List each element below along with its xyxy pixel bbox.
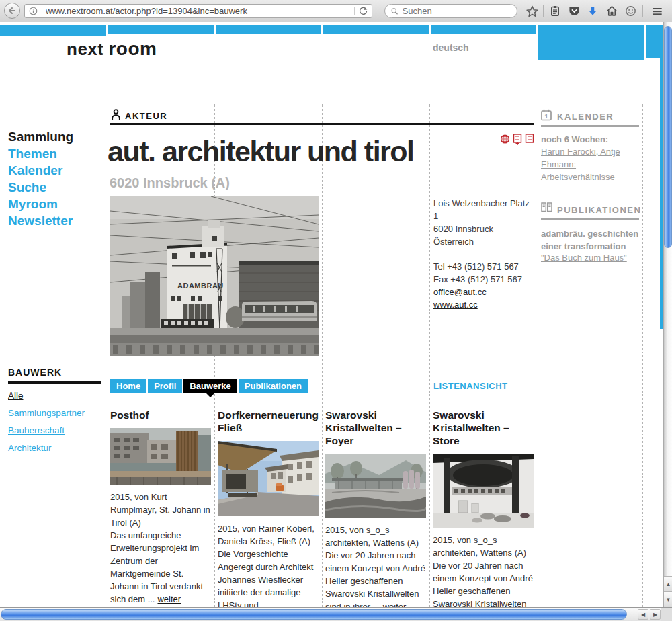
project-image[interactable] xyxy=(218,441,319,516)
publikationen-rule xyxy=(541,218,639,220)
grid-dotted-line xyxy=(322,104,323,607)
person-icon xyxy=(111,109,121,121)
scrollbar-corner xyxy=(661,607,672,621)
project-image[interactable] xyxy=(110,428,211,485)
tab-bauwerke[interactable]: Bauwerke xyxy=(183,379,237,393)
project-title[interactable]: Swarovski Kristallwelten – Store xyxy=(433,409,534,447)
book-icon xyxy=(541,202,552,212)
browser-toolbar: www.nextroom.at/actor.php?id=13904&inc=b… xyxy=(0,0,672,22)
bauwerk-filter-heading: BAUWERK xyxy=(8,367,62,378)
project-meta: 2015, von Rainer Köberl, Daniela Kröss, … xyxy=(218,524,314,546)
nextroom-logo[interactable]: nextroom xyxy=(67,38,157,60)
nav-item-suche[interactable]: Suche xyxy=(8,179,73,196)
publication-title: adambräu. geschichten einer transformati… xyxy=(541,227,643,253)
tab-profil[interactable]: Profil xyxy=(148,379,182,393)
grid-dotted-line xyxy=(538,104,538,607)
address-block: Lois Welzenbacher Platz 1 6020 Innsbruck… xyxy=(433,197,536,311)
phone: Tel +43 (512) 571 567 xyxy=(433,260,536,273)
svg-text:1: 1 xyxy=(544,113,548,120)
project-text: Das umfangreiche Erweiterungsprojekt im … xyxy=(110,530,203,604)
project-title[interactable]: Posthof xyxy=(110,409,211,421)
photo-building-name: ADAMBRÄU xyxy=(177,282,224,290)
project-card: Swarovski Kristallwelten – Store 2015, v… xyxy=(433,409,534,621)
weiter-link[interactable]: weiter xyxy=(157,594,181,604)
grid-bar-segment xyxy=(108,25,214,34)
actor-main-photo: ADAMBRÄU xyxy=(110,196,319,356)
page-subtitle: 6020 Innsbruck (A) xyxy=(110,175,230,191)
grid-dotted-line xyxy=(429,104,430,607)
filter-sammlungspartner[interactable]: Sammlungspartner xyxy=(8,408,85,418)
website-link[interactable]: www.aut.cc xyxy=(433,298,536,311)
project-card: Swarovski Kristallwelten – Foyer 2015, v… xyxy=(325,409,426,621)
nav-item-kalender[interactable]: Kalender xyxy=(8,162,73,179)
url-divider xyxy=(354,7,355,15)
main-nav: Sammlung Themen Kalender Suche Myroom Ne… xyxy=(8,128,73,229)
project-description: 2015, von Rainer Köberl, Daniela Kröss, … xyxy=(218,522,319,621)
scroll-left-button[interactable]: ◀ xyxy=(638,609,648,620)
toolbar-divider xyxy=(642,5,643,17)
bookmark-star-icon[interactable] xyxy=(524,3,540,19)
bauwerk-filter-links: Alle Sammlungspartner Bauherrschaft Arch… xyxy=(8,390,85,460)
project-title[interactable]: Dorfkernerneuerung Fließ xyxy=(218,409,319,434)
logo-room: room xyxy=(108,38,157,59)
browser-search[interactable] xyxy=(384,4,517,18)
info-icon[interactable] xyxy=(28,6,38,16)
project-meta: 2015, von Kurt Rumplmayr, St. Johann in … xyxy=(110,492,210,528)
nav-item-myroom[interactable]: Myroom xyxy=(8,196,73,212)
filter-alle[interactable]: Alle xyxy=(8,390,85,401)
menu-hamburger-icon[interactable] xyxy=(649,3,665,19)
scroll-up-button[interactable]: ▲ xyxy=(664,576,672,591)
reload-icon[interactable] xyxy=(358,6,368,16)
tab-publikationen[interactable]: Publikationen xyxy=(239,379,308,393)
vertical-scrollbar-thumb[interactable] xyxy=(664,26,672,248)
horizontal-scrollbar[interactable]: ◀ ▶ xyxy=(0,607,672,621)
screen: www.nextroom.at/actor.php?id=13904&inc=b… xyxy=(0,0,672,621)
horizontal-scrollbar-thumb[interactable] xyxy=(1,609,627,620)
download-icon[interactable] xyxy=(585,3,601,19)
back-button[interactable] xyxy=(4,3,20,19)
project-title[interactable]: Swarovski Kristallwelten – Foyer xyxy=(325,409,426,447)
nav-item-themen[interactable]: Themen xyxy=(8,145,73,162)
kalender-heading: KALENDER xyxy=(557,112,614,122)
publikationen-heading: PUBLIKATIONEN xyxy=(557,205,641,215)
grid-bar-segment xyxy=(0,25,106,36)
scroll-right-button[interactable]: ▶ xyxy=(650,609,661,620)
email-link[interactable]: office@aut.cc xyxy=(433,286,536,298)
language-switch[interactable]: deutsch xyxy=(433,42,469,53)
nav-item-newsletter[interactable]: Newsletter xyxy=(8,212,73,229)
home-icon[interactable] xyxy=(603,3,620,19)
tab-home[interactable]: Home xyxy=(110,379,146,393)
search-icon xyxy=(390,7,399,16)
address-line: 6020 Innsbruck xyxy=(433,222,536,235)
url-bar[interactable]: www.nextroom.at/actor.php?id=13904&inc=b… xyxy=(24,4,372,18)
calendar-icon: 1 xyxy=(541,109,552,121)
kalender-event-link[interactable]: Harun Farocki, Antje Ehmann: Arbeitsverh… xyxy=(541,145,643,183)
scroll-down-button[interactable]: ▼ xyxy=(664,591,672,607)
toolbar-divider xyxy=(543,5,544,17)
reading-list-icon[interactable] xyxy=(547,3,563,19)
url-text: www.nextroom.at/actor.php?id=13904&inc=b… xyxy=(46,6,351,16)
kalender-intro: noch 6 Wochen: xyxy=(541,134,608,144)
project-description: 2015, von s_o_s architekten, Wattens (A)… xyxy=(325,524,426,613)
feedback-smiley-icon[interactable] xyxy=(622,3,638,19)
grid-bar-segment xyxy=(646,25,664,58)
filter-architektur[interactable]: Architektur xyxy=(8,443,85,453)
section-rule xyxy=(110,123,534,125)
url-divider xyxy=(42,7,42,15)
vertical-scrollbar[interactable]: ▲ ▼ xyxy=(663,22,672,607)
project-image[interactable] xyxy=(433,454,534,528)
publication-link[interactable]: "Das Buch zum Haus" xyxy=(541,253,627,263)
fax: Fax +43 (512) 571 567 xyxy=(433,273,536,286)
nav-item-sammlung[interactable]: Sammlung xyxy=(8,128,73,145)
section-label: AKTEUR xyxy=(125,111,167,121)
filter-bauherrschaft[interactable]: Bauherrschaft xyxy=(8,425,85,436)
actor-tabs: Home Profil Bauwerke Publikationen xyxy=(110,379,308,393)
browser-search-input[interactable] xyxy=(403,6,511,16)
list-view-link[interactable]: LISTENANSICHT xyxy=(433,381,508,391)
grid-bar-segment xyxy=(323,25,429,34)
back-arrow-icon xyxy=(7,5,17,16)
project-meta: 2015, von s_o_s architekten, Wattens (A) xyxy=(325,525,419,548)
pocket-icon[interactable] xyxy=(566,3,582,19)
grid-bar-segment xyxy=(216,25,321,34)
project-image[interactable] xyxy=(325,454,426,518)
